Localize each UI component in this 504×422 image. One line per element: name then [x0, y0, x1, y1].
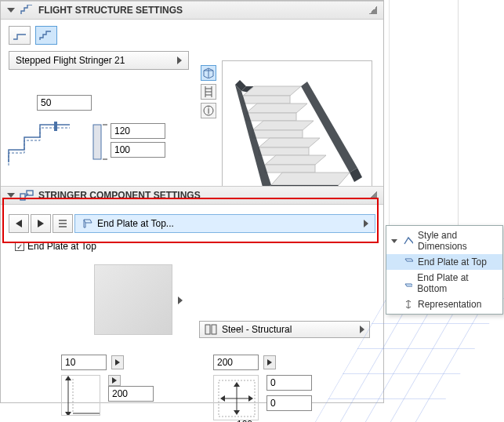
chevron-right-icon [364, 220, 368, 227]
corner-glyph [369, 6, 377, 14]
endplate-preview[interactable] [94, 264, 172, 335]
material-icon [205, 324, 217, 335]
height1-input[interactable] [111, 123, 165, 139]
svg-marker-12 [252, 121, 314, 130]
prev-component-button[interactable] [9, 214, 29, 233]
triangle-right-icon [115, 359, 120, 366]
end-plate-bottom-icon [404, 278, 412, 288]
svg-marker-18 [271, 173, 350, 185]
popup-item-label: End Plate at Top [418, 256, 487, 267]
profile-stepped-icon [39, 30, 53, 41]
dim-right-v-stepper[interactable] [263, 355, 276, 369]
popup-group-style[interactable]: Style and Dimensions [386, 227, 502, 254]
info-button[interactable]: i [201, 103, 216, 118]
chevron-down-icon [391, 239, 397, 243]
endplate-top-label: End Plate at Top [27, 241, 96, 252]
end-plate-icon [82, 218, 92, 229]
stringer-mode-a-button[interactable] [9, 26, 31, 45]
popup-group-label: Style and Dimensions [418, 230, 496, 252]
divider [389, 0, 390, 225]
svg-marker-9 [243, 96, 290, 104]
svg-marker-11 [246, 113, 296, 121]
dim-right-o2-input[interactable] [267, 395, 312, 411]
style-group-icon [404, 236, 413, 246]
svg-marker-35 [112, 377, 117, 384]
popup-item-representation[interactable]: Representation [386, 296, 502, 312]
svg-marker-13 [252, 130, 303, 138]
height2-input[interactable] [111, 142, 165, 158]
dim-left-v-stepper[interactable] [111, 355, 124, 369]
representation-icon [404, 300, 413, 309]
divider [458, 0, 459, 225]
height-marker-icon [90, 123, 107, 161]
dim-left-v-input[interactable] [61, 355, 107, 370]
svg-marker-14 [259, 138, 320, 147]
material-dropdown[interactable]: Steel - Structural [199, 321, 370, 338]
stringer-type-value: Stepped Flight Stringer 21 [16, 55, 125, 66]
triangle-right-icon [112, 377, 117, 384]
svg-marker-40 [234, 410, 240, 415]
flight-section-header[interactable]: FLIGHT STRUCTURE SETTINGS [1, 1, 383, 20]
popup-item-endplate-top[interactable]: End Plate at Top [386, 254, 502, 270]
next-component-button[interactable] [31, 214, 51, 233]
chevron-down-icon [7, 8, 15, 13]
popup-item-endplate-bottom[interactable]: End Plate at Bottom [386, 270, 502, 296]
stringer-type-dropdown[interactable]: Stepped Flight Stringer 21 [9, 51, 189, 70]
svg-marker-29 [115, 359, 120, 366]
svg-rect-0 [54, 122, 57, 131]
chevron-down-icon [7, 193, 15, 198]
profile-diagram [5, 115, 74, 167]
view-elevation-button[interactable] [201, 84, 216, 100]
svg-marker-16 [265, 155, 326, 165]
triangle-right-icon [267, 359, 272, 366]
list-icon [57, 218, 68, 229]
dim-right-v-input[interactable] [213, 355, 259, 370]
corner-glyph [369, 191, 377, 199]
stringer-section-title: STRINGER COMPONENT SETTINGS [38, 190, 201, 201]
stringer-mode-b-button[interactable] [35, 26, 57, 45]
flight-section-title: FLIGHT STRUCTURE SETTINGS [38, 5, 183, 16]
info-icon: i [203, 105, 214, 116]
end-plate-top-icon [404, 257, 413, 267]
svg-rect-28 [212, 325, 216, 334]
popup-item-label: End Plate at Bottom [417, 272, 496, 294]
svg-marker-43 [248, 395, 253, 402]
dim-left-diagram [61, 375, 100, 416]
component-list-button[interactable] [53, 214, 73, 233]
svg-marker-31 [65, 376, 71, 380]
dim-right-o1-input[interactable] [267, 375, 312, 391]
svg-marker-32 [65, 412, 71, 416]
endplate-top-checkbox[interactable]: ✓ [15, 242, 24, 251]
svg-marker-42 [220, 395, 225, 402]
popup-item-label: Representation [418, 299, 481, 310]
offset-input[interactable] [37, 95, 92, 111]
dim-left-h-input[interactable] [108, 386, 154, 402]
svg-marker-25 [16, 220, 22, 227]
triangle-right-icon [38, 220, 44, 227]
view-3d-button[interactable] [201, 65, 216, 81]
chevron-right-icon [177, 56, 182, 64]
svg-rect-23 [20, 194, 25, 200]
svg-marker-17 [265, 165, 315, 173]
dim-right-diagram [213, 375, 259, 420]
component-selector[interactable]: End Plate at Top... [74, 214, 375, 233]
svg-marker-10 [246, 104, 307, 113]
svg-text:i: i [208, 105, 210, 116]
stringer-section-header[interactable]: STRINGER COMPONENT SETTINGS [1, 186, 383, 205]
dim-right-bottom-label: 100 [237, 419, 252, 422]
preview-3d [222, 60, 372, 205]
component-selector-value: End Plate at Top... [97, 218, 174, 229]
ladder-icon [204, 86, 213, 97]
svg-marker-39 [234, 382, 240, 387]
profile-flat-icon [13, 30, 27, 41]
svg-rect-27 [205, 325, 210, 334]
dim-left-h-stepper[interactable] [108, 375, 121, 386]
component-header-icon [20, 190, 34, 201]
stair-header-icon [20, 5, 34, 16]
svg-marker-26 [38, 220, 44, 227]
chevron-right-icon [360, 326, 364, 333]
svg-marker-36 [267, 359, 272, 366]
component-popup-menu: Style and Dimensions End Plate at Top En… [386, 225, 503, 315]
svg-marker-15 [259, 147, 309, 155]
triangle-left-icon [16, 220, 22, 227]
